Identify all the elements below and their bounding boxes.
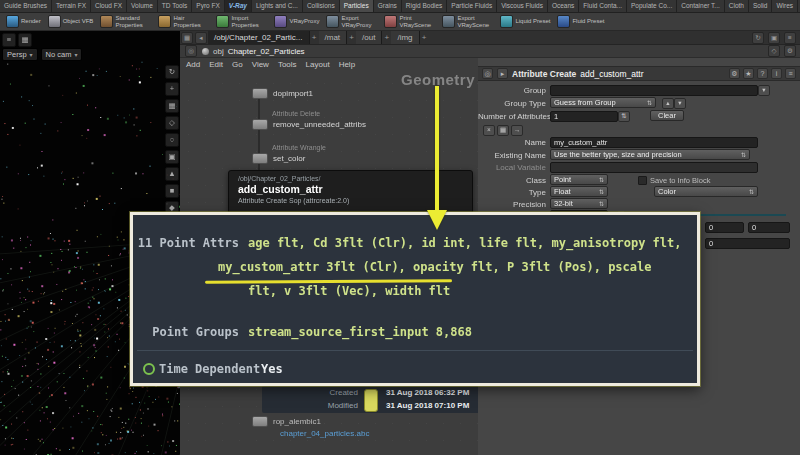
- existing-name-dropdown[interactable]: Use the better type, size and precision …: [550, 149, 750, 160]
- shelf-tool-button[interactable]: Import Properties: [213, 14, 270, 29]
- shelf-tool-button[interactable]: Liquid Preset: [497, 14, 553, 29]
- shelf-tab[interactable]: TD Tools: [158, 0, 193, 12]
- clear-button[interactable]: Clear: [650, 110, 684, 121]
- class-dropdown[interactable]: Point ⇅: [550, 174, 608, 185]
- default-input[interactable]: 0: [705, 238, 790, 249]
- layout-icon[interactable]: ▣: [768, 32, 780, 44]
- precision-dropdown[interactable]: 32-bit ⇅: [550, 198, 608, 209]
- shelf-tab[interactable]: Pyro FX: [192, 0, 224, 12]
- pin-icon[interactable]: ◎: [482, 68, 493, 79]
- shelf-tab[interactable]: Cloud FX: [91, 0, 127, 12]
- node-remove-unneeded-attribs[interactable]: remove_unneeded_attribs: [252, 119, 366, 130]
- group-select-button[interactable]: ▾: [758, 85, 770, 96]
- node-icon[interactable]: [252, 416, 268, 427]
- menu-item[interactable]: Tools: [278, 60, 297, 69]
- shelf-tab[interactable]: Particle Fluids: [447, 0, 497, 12]
- group-input[interactable]: [550, 85, 758, 96]
- pin-icon[interactable]: ◎: [185, 45, 197, 57]
- shelf-tab[interactable]: Rigid Bodies: [402, 0, 448, 12]
- snap-grid-icon[interactable]: ▦: [165, 99, 179, 113]
- menu-item[interactable]: Edit: [209, 60, 223, 69]
- shelf-tool-button[interactable]: Standard Properties: [97, 14, 154, 29]
- desktop-icon[interactable]: ▦: [181, 32, 193, 44]
- new-tab-button[interactable]: +: [382, 33, 391, 42]
- shelf-tool-button[interactable]: Export VRayProxy: [323, 14, 380, 29]
- shelf-tab[interactable]: Wires: [772, 0, 798, 12]
- shelf-tool-button[interactable]: Export VRayScene: [439, 14, 496, 29]
- shelf-tab[interactable]: Guide Brushes: [0, 0, 52, 12]
- shelf-tab[interactable]: Solid: [749, 0, 772, 12]
- default-input[interactable]: 0: [705, 222, 744, 233]
- shelf-tab[interactable]: Oceans: [548, 0, 579, 12]
- new-tab-button[interactable]: +: [310, 33, 319, 42]
- menu-item[interactable]: Add: [186, 60, 200, 69]
- breadcrumb-current[interactable]: Chapter_02_Particles: [228, 47, 305, 56]
- path-tab-obj[interactable]: /obj/Chapter_02_Partic...: [208, 31, 310, 44]
- spinner-icon[interactable]: ⇅: [618, 111, 630, 122]
- shelf-tab[interactable]: Populate Co...: [627, 0, 677, 12]
- menu-item[interactable]: View: [252, 60, 269, 69]
- node-icon[interactable]: [252, 119, 268, 130]
- shelf-tool-button[interactable]: Render: [3, 14, 44, 29]
- node-dopimport1[interactable]: dopimport1: [252, 88, 313, 99]
- menu-item[interactable]: Go: [232, 60, 243, 69]
- local-variable-input[interactable]: [550, 162, 758, 173]
- view-tool-icon[interactable]: ↻: [165, 65, 179, 79]
- shade-mode-icon[interactable]: ○: [165, 133, 179, 147]
- node-icon[interactable]: [252, 153, 268, 164]
- path-tab-out[interactable]: /out: [356, 31, 382, 44]
- spinner-up-icon[interactable]: ▴: [662, 98, 674, 109]
- display-options-icon[interactable]: ▣: [165, 150, 179, 164]
- gear-icon[interactable]: ⚙: [729, 68, 740, 79]
- alembic-file-link[interactable]: chapter_04_particles.abc: [280, 429, 369, 438]
- spinner-down-icon[interactable]: ▾: [674, 98, 686, 109]
- back-icon[interactable]: ◂: [195, 32, 207, 44]
- new-tab-button[interactable]: +: [347, 33, 356, 42]
- type-dropdown[interactable]: Float ⇅: [550, 186, 608, 197]
- shelf-tab[interactable]: Terrain FX: [52, 0, 91, 12]
- shelf-tab[interactable]: Grains: [374, 0, 402, 12]
- remove-item-icon[interactable]: ×: [483, 125, 495, 136]
- path-tab-img[interactable]: /img: [391, 31, 419, 44]
- camera-select-button[interactable]: No cam▾: [41, 48, 83, 61]
- menu-item[interactable]: Help: [339, 60, 355, 69]
- shelf-tool-button[interactable]: VRayProxy: [271, 14, 322, 29]
- menu-icon[interactable]: ≡: [785, 68, 796, 79]
- history-icon[interactable]: ↻: [752, 32, 764, 44]
- shelf-tab[interactable]: Cloth: [725, 0, 749, 12]
- filter-icon[interactable]: ◇: [768, 45, 780, 57]
- shelf-tab[interactable]: Container T...: [677, 0, 725, 12]
- menu-item[interactable]: Layout: [306, 60, 330, 69]
- shelf-tab[interactable]: Volume: [127, 0, 158, 12]
- shelf-tab[interactable]: Viscous Fluids: [497, 0, 548, 12]
- shelf-tool-button[interactable]: Print VRayScene: [381, 14, 438, 29]
- path-tab-mat[interactable]: /mat: [319, 31, 348, 44]
- pan-tool-icon[interactable]: +: [165, 82, 179, 96]
- normals-icon[interactable]: ▲: [165, 167, 179, 181]
- node-icon[interactable]: [252, 88, 268, 99]
- move-item-icon[interactable]: →: [511, 125, 523, 136]
- info-icon[interactable]: i: [771, 68, 782, 79]
- menu-icon[interactable]: ≡: [784, 32, 796, 44]
- type-qualifier-dropdown[interactable]: Color ⇅: [654, 186, 758, 197]
- shelf-tool-button[interactable]: Fluid Preset: [554, 14, 607, 29]
- num-attributes-input[interactable]: 1: [550, 111, 618, 122]
- pane-menu-icon[interactable]: ≡: [2, 33, 16, 47]
- duplicate-item-icon[interactable]: ▦: [497, 125, 509, 136]
- persp-view-button[interactable]: Persp▾: [2, 48, 38, 61]
- template-icon[interactable]: ■: [165, 184, 179, 198]
- shelf-tab[interactable]: Lights and C...: [252, 0, 303, 12]
- default-input[interactable]: 0: [748, 222, 790, 233]
- shelf-tool-button[interactable]: Object VFB: [45, 14, 97, 29]
- node-rop-alembic[interactable]: rop_alembic1: [252, 416, 321, 427]
- group-type-dropdown[interactable]: Guess from Group ⇅: [550, 97, 656, 108]
- pane-split-icon[interactable]: ▦: [18, 33, 32, 47]
- node-set-color[interactable]: set_color: [252, 153, 305, 164]
- param-node-name[interactable]: add_custom_attr: [580, 69, 643, 79]
- help-icon[interactable]: ?: [757, 68, 768, 79]
- shelf-tab-particles[interactable]: Particles: [340, 0, 374, 12]
- shelf-tab[interactable]: Collisions: [303, 0, 340, 12]
- save-info-block-checkbox[interactable]: [638, 176, 647, 185]
- settings-icon[interactable]: ⚙: [784, 45, 796, 57]
- breadcrumb-root[interactable]: obj: [213, 47, 224, 56]
